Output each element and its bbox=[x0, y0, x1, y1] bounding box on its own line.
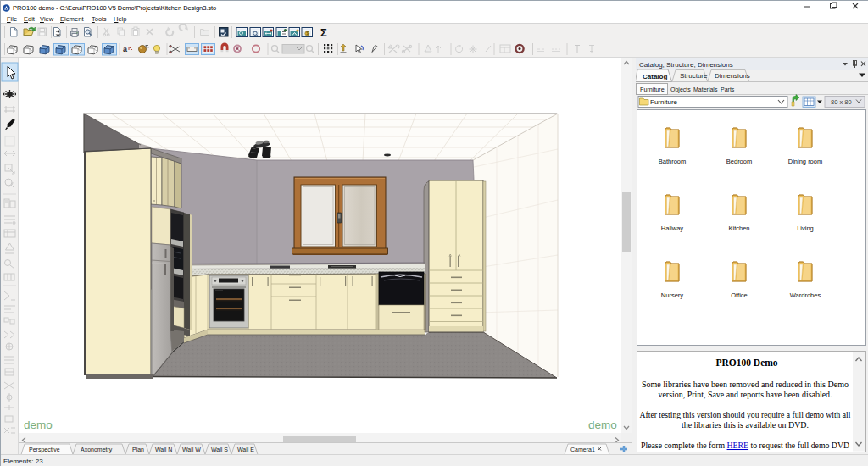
svg-text:Please complete the form HERE: Please complete the form HERE to request… bbox=[641, 441, 849, 450]
svg-text:Catalog: Catalog bbox=[643, 73, 667, 80]
svg-text:Wall E: Wall E bbox=[237, 447, 254, 452]
svg-text:Catalog, Structure, Dimensions: Catalog, Structure, Dimensions bbox=[639, 61, 733, 69]
svg-text:Dining room: Dining room bbox=[788, 158, 822, 165]
svg-text:Furniture: Furniture bbox=[650, 98, 678, 106]
svg-text:Living: Living bbox=[797, 225, 814, 232]
svg-text:Axonometry: Axonometry bbox=[81, 447, 113, 453]
svg-text:Structure: Structure bbox=[680, 72, 708, 80]
svg-text:After testing this version sho: After testing this version should you re… bbox=[640, 410, 851, 419]
svg-text:Plan: Plan bbox=[132, 447, 144, 452]
svg-text:Wall S: Wall S bbox=[211, 447, 228, 452]
svg-text:demo: demo bbox=[588, 419, 617, 431]
svg-text:80 x 80: 80 x 80 bbox=[831, 98, 852, 106]
svg-text:PRO100 Demo: PRO100 Demo bbox=[715, 358, 777, 368]
svg-text:Office: Office bbox=[731, 291, 747, 299]
svg-text:Nursery: Nursery bbox=[661, 291, 684, 299]
svg-text:Dimensions: Dimensions bbox=[715, 72, 750, 80]
svg-text:Perspective: Perspective bbox=[29, 447, 60, 453]
svg-text:Objects: Objects bbox=[670, 86, 691, 93]
svg-text:Wall N: Wall N bbox=[155, 447, 172, 452]
svg-text:Materials: Materials bbox=[693, 86, 718, 92]
svg-text:a: a bbox=[123, 45, 128, 53]
svg-text:version, Print, Save and repor: version, Print, Save and reports have be… bbox=[659, 390, 832, 399]
svg-text:Some libraries have been remov: Some libraries have been removed and red… bbox=[642, 380, 849, 389]
svg-text:Wall W: Wall W bbox=[182, 447, 201, 452]
svg-text:Furniture: Furniture bbox=[640, 86, 665, 93]
svg-text:Σ: Σ bbox=[320, 26, 327, 39]
svg-text:Bedroom: Bedroom bbox=[726, 158, 752, 165]
svg-text:Hallway: Hallway bbox=[661, 225, 684, 232]
svg-text:Bathroom: Bathroom bbox=[659, 158, 687, 165]
svg-text:the libraries this is availabl: the libraries this is available on DVD. bbox=[682, 420, 809, 430]
svg-text:Camera1: Camera1 bbox=[570, 447, 595, 452]
svg-text:$: $ bbox=[306, 31, 309, 36]
svg-text:Parts: Parts bbox=[721, 86, 735, 92]
svg-text:Wardrobes: Wardrobes bbox=[790, 291, 821, 299]
svg-text:demo: demo bbox=[24, 419, 53, 431]
svg-text:Kitchen: Kitchen bbox=[728, 225, 749, 232]
